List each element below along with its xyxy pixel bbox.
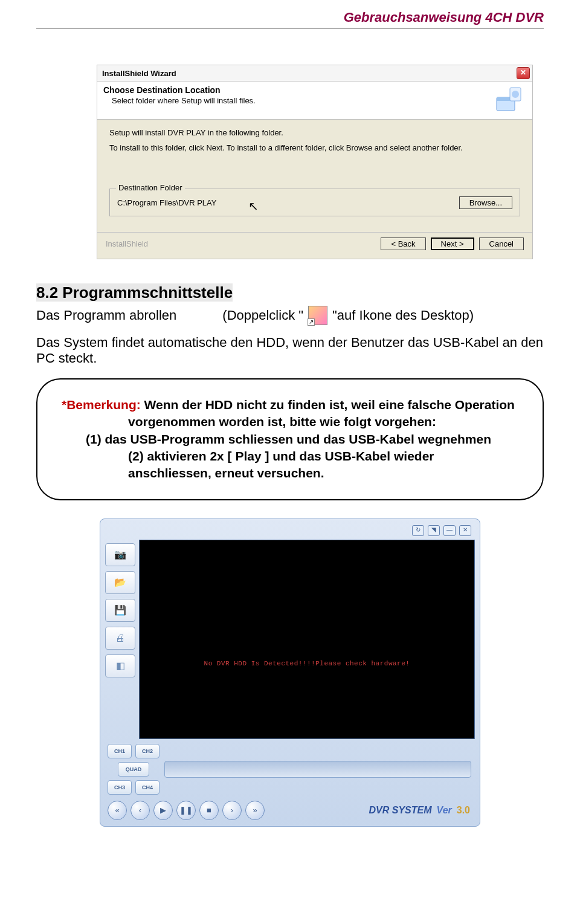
- dialog-body-1: Setup will install DVR PLAY in the follo…: [109, 128, 520, 137]
- error-message: No DVR HDD Is Detected!!!!Please check h…: [204, 660, 410, 667]
- section-line-b1: (Doppelclick ": [222, 308, 303, 323]
- section-line-b2: "auf Ikone des Desktop): [332, 308, 474, 323]
- note-line-2: vorgenommen worden ist, bitte wie folgt …: [128, 415, 436, 428]
- section-body: Das System findet automatische den HDD, …: [36, 335, 544, 366]
- desktop-shortcut-icon: [308, 306, 327, 325]
- ch4-button[interactable]: CH4: [135, 780, 160, 795]
- note-label: *Bemerkung:: [62, 398, 141, 412]
- ch3-button[interactable]: CH3: [108, 780, 132, 795]
- section-line-a: Das Programm abrollen: [36, 308, 176, 323]
- next-icon[interactable]: »: [245, 801, 265, 820]
- minimize-icon[interactable]: —: [443, 525, 456, 536]
- save-icon[interactable]: 💾: [105, 599, 135, 622]
- installshield-dialog: InstallShield Wizard ✕ Choose Destinatio…: [97, 65, 533, 259]
- close-icon[interactable]: ✕: [517, 67, 530, 79]
- settings-icon[interactable]: ◥: [428, 525, 440, 536]
- back-button[interactable]: < Back: [381, 237, 425, 250]
- dialog-body-2: To install to this folder, click Next. T…: [109, 143, 520, 152]
- player-brand: DVR SYSTEM Ver 3.0: [369, 805, 470, 816]
- installer-icon: [490, 85, 526, 115]
- player-close-icon[interactable]: ✕: [459, 525, 471, 536]
- section-title: 8.2 Programmschnittstelle: [36, 283, 544, 302]
- open-icon[interactable]: 📂: [105, 571, 135, 594]
- play-icon[interactable]: ▶: [153, 801, 173, 820]
- note-line-4: (2) aktivieren 2x [ Play ] und das USB-K…: [128, 449, 434, 480]
- browse-button[interactable]: Browse...: [459, 196, 512, 209]
- note-line-1: Wenn der HDD nicht zu finden ist, weil e…: [141, 398, 515, 412]
- ch1-button[interactable]: CH1: [108, 744, 132, 758]
- installshield-brand: InstallShield: [106, 239, 148, 248]
- stop-icon[interactable]: ■: [199, 801, 219, 820]
- destination-legend: Destination Folder: [116, 183, 185, 192]
- note-line-3: (1) das USB-Programm schliessen und das …: [86, 432, 491, 446]
- dvr-player-window: ↻ ◥ — ✕ 📷 📂 💾 🖨 ◧ No DVR HDD Is Detected…: [100, 519, 480, 827]
- dialog-subheading: Select folder where Setup will install f…: [112, 96, 490, 105]
- snapshot-icon[interactable]: 📷: [105, 543, 135, 566]
- note-box: *Bemerkung: Wenn der HDD nicht zu finden…: [36, 378, 544, 500]
- forward-icon[interactable]: ›: [222, 801, 242, 820]
- timeline-slider[interactable]: [164, 761, 471, 778]
- svg-point-3: [512, 91, 519, 98]
- dialog-title: InstallShield Wizard: [102, 69, 176, 78]
- cancel-button[interactable]: Cancel: [479, 237, 524, 250]
- ch2-button[interactable]: CH2: [135, 744, 160, 758]
- video-screen: No DVR HDD Is Detected!!!!Please check h…: [139, 540, 475, 739]
- quad-button[interactable]: QUAD: [118, 762, 149, 777]
- print-icon[interactable]: 🖨: [105, 627, 135, 650]
- page-header: Gebrauchsanweisung 4CH DVR: [36, 6, 544, 28]
- refresh-icon[interactable]: ↻: [412, 525, 424, 536]
- dialog-heading: Choose Destination Location: [103, 85, 490, 95]
- prev-icon[interactable]: «: [108, 801, 127, 820]
- destination-folder-group: Destination Folder C:\Program Files\DVR …: [109, 189, 520, 216]
- destination-path: C:\Program Files\DVR PLAY: [117, 198, 216, 207]
- next-button[interactable]: Next >: [431, 237, 474, 250]
- rewind-icon[interactable]: ‹: [130, 801, 150, 820]
- cursor-icon: ↖: [248, 199, 259, 213]
- pause-icon[interactable]: ❚❚: [176, 801, 196, 820]
- tool-icon[interactable]: ◧: [105, 654, 135, 677]
